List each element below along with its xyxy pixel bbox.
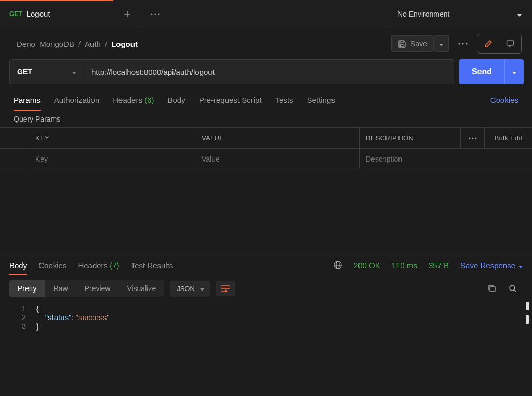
search-icon[interactable]: [508, 284, 517, 293]
svg-point-4: [158, 13, 159, 15]
svg-rect-18: [490, 286, 495, 292]
method-selector[interactable]: GET: [9, 59, 84, 84]
tab-overflow-button[interactable]: [141, 0, 169, 28]
tab-headers[interactable]: Headers (6): [113, 93, 154, 108]
col-key: KEY: [29, 128, 195, 148]
tab-body[interactable]: Body: [167, 93, 185, 108]
response-view-modes: Pretty Raw Preview Visualize JSON: [0, 275, 532, 302]
svg-point-3: [154, 13, 156, 15]
response-tab-cookies[interactable]: Cookies: [38, 261, 66, 270]
request-line: GET Send: [0, 59, 532, 93]
globe-icon[interactable]: [333, 260, 342, 270]
save-response-button[interactable]: Save Response: [460, 261, 523, 270]
view-mode-toggle: [477, 34, 522, 54]
wrap-lines-button[interactable]: [216, 281, 235, 296]
response-tab-body[interactable]: Body: [9, 261, 27, 270]
dots-icon: [151, 13, 160, 15]
wrap-icon: [221, 285, 230, 292]
request-tabs: Params Authorization Headers (6) Body Pr…: [0, 93, 532, 108]
dots-icon: [458, 43, 468, 45]
breadcrumb-seg-3: Logout: [111, 39, 138, 48]
save-label: Save: [410, 39, 427, 48]
svg-point-7: [462, 43, 463, 44]
chevron-down-icon: [512, 68, 516, 76]
tab-method-badge: GET: [9, 10, 22, 18]
save-dropdown-button[interactable]: [434, 35, 449, 52]
builder-mode-button[interactable]: [477, 34, 499, 53]
response-tabs: Body Cookies Headers (7) Test Results 20…: [0, 255, 532, 275]
query-params-heading: Query Params: [0, 108, 532, 127]
svg-point-19: [510, 285, 515, 291]
param-desc-input[interactable]: [366, 155, 526, 163]
viewmode-preview[interactable]: Preview: [76, 280, 119, 297]
table-header-row: KEY VALUE DESCRIPTION Bulk Edit: [0, 128, 532, 149]
new-tab-button[interactable]: [113, 0, 141, 28]
send-dropdown-button[interactable]: [504, 59, 524, 84]
environment-selector[interactable]: No Environment: [387, 0, 532, 28]
breadcrumb-sep: /: [78, 39, 81, 48]
response-panel: Body Cookies Headers (7) Test Results 20…: [0, 255, 532, 396]
response-tab-testresults[interactable]: Test Results: [131, 261, 174, 270]
response-status: 200 OK: [354, 261, 380, 270]
pencil-icon: [484, 39, 493, 48]
breadcrumb: Deno_MongoDB / Auth / Logout: [17, 39, 138, 48]
column-options-button[interactable]: [460, 128, 484, 148]
copy-icon[interactable]: [487, 284, 497, 293]
tab-prerequest[interactable]: Pre-request Script: [199, 93, 262, 108]
tab-params[interactable]: Params: [14, 93, 41, 108]
send-label: Send: [459, 67, 504, 76]
tab-title: Logout: [26, 9, 50, 18]
environment-label: No Environment: [397, 10, 449, 18]
svg-rect-5: [401, 44, 404, 47]
response-time: 110 ms: [392, 261, 417, 270]
chevron-down-icon: [72, 68, 76, 76]
viewmode-visualize[interactable]: Visualize: [118, 280, 164, 297]
viewmode-raw[interactable]: Raw: [45, 280, 76, 297]
save-button[interactable]: Save: [391, 35, 434, 52]
param-value-input[interactable]: [202, 155, 353, 163]
svg-point-2: [151, 13, 152, 15]
table-row: [0, 149, 532, 169]
request-tab[interactable]: GET Logout: [0, 0, 113, 28]
save-icon: [398, 39, 406, 48]
cookies-link[interactable]: Cookies: [490, 96, 518, 104]
plus-icon: [123, 10, 131, 18]
query-params-table: KEY VALUE DESCRIPTION Bulk Edit: [0, 127, 532, 169]
dots-icon: [469, 137, 477, 139]
svg-point-12: [475, 137, 476, 139]
svg-rect-9: [507, 41, 514, 45]
more-actions-button[interactable]: [454, 43, 472, 45]
chevron-down-icon: [517, 10, 522, 18]
chevron-down-icon: [518, 261, 523, 270]
method-label: GET: [17, 68, 32, 76]
scroll-overview: [526, 302, 529, 329]
comment-icon: [506, 39, 515, 48]
breadcrumb-seg-2[interactable]: Auth: [85, 39, 101, 48]
viewmode-pretty[interactable]: Pretty: [9, 280, 45, 297]
svg-point-6: [458, 43, 460, 44]
svg-line-20: [514, 290, 516, 292]
breadcrumb-row: Deno_MongoDB / Auth / Logout Save: [0, 28, 532, 59]
response-body-editor[interactable]: 1{ 2 "status": "success" 3}: [0, 302, 532, 333]
param-key-input[interactable]: [35, 155, 189, 163]
chevron-down-icon: [439, 39, 443, 48]
tab-authorization[interactable]: Authorization: [54, 93, 100, 108]
format-selector[interactable]: JSON: [170, 281, 210, 297]
breadcrumb-seg-1[interactable]: Deno_MongoDB: [17, 39, 74, 48]
tab-tests[interactable]: Tests: [275, 93, 294, 108]
col-value: VALUE: [195, 128, 360, 148]
chevron-down-icon: [200, 285, 204, 293]
col-description: DESCRIPTION: [360, 128, 460, 148]
send-button[interactable]: Send: [459, 59, 524, 84]
tab-settings[interactable]: Settings: [307, 93, 335, 108]
url-input[interactable]: [84, 59, 454, 84]
breadcrumb-sep: /: [105, 39, 107, 48]
svg-point-10: [469, 137, 470, 139]
tab-strip: GET Logout No Environment: [0, 0, 532, 28]
comment-mode-button[interactable]: [499, 34, 521, 53]
response-tab-headers[interactable]: Headers (7): [78, 261, 119, 270]
svg-point-11: [472, 137, 473, 139]
response-size: 357 B: [429, 261, 449, 270]
bulk-edit-button[interactable]: Bulk Edit: [484, 128, 532, 148]
svg-point-8: [466, 43, 467, 44]
